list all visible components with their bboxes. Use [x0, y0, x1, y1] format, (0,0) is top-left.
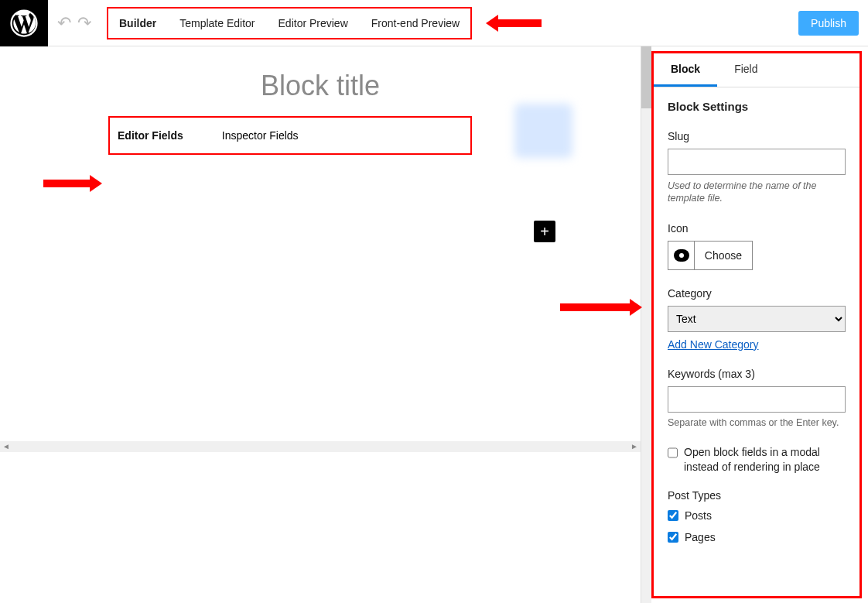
tab-editor-preview[interactable]: Editor Preview — [279, 17, 348, 29]
panel-title: Block Settings — [668, 100, 846, 113]
category-field: Category Text Add New Category — [668, 287, 846, 351]
tab-template-editor[interactable]: Template Editor — [179, 17, 255, 29]
editor-field-tabs: Editor Fields Inspector Fields — [108, 116, 472, 155]
post-type-pages: Pages — [668, 531, 846, 543]
scroll-right-icon[interactable]: ► — [628, 441, 641, 452]
top-bar: ↶ ↷ Builder Template Editor Editor Previ… — [0, 0, 868, 46]
redo-icon[interactable]: ↷ — [77, 13, 91, 33]
wordpress-logo[interactable] — [0, 0, 48, 46]
icon-label: Icon — [668, 222, 846, 235]
pages-checkbox[interactable] — [668, 532, 678, 543]
eye-icon — [674, 249, 689, 262]
tab-block[interactable]: Block — [654, 53, 717, 87]
slug-label: Slug — [668, 130, 846, 142]
main-layout: Block title Editor Fields Inspector Fiel… — [0, 46, 868, 603]
add-new-category-link[interactable]: Add New Category — [668, 338, 759, 351]
wordpress-icon — [10, 9, 38, 37]
tab-field[interactable]: Field — [717, 53, 774, 87]
icon-picker: Choose — [668, 241, 753, 270]
tab-inspector-fields[interactable]: Inspector Fields — [222, 129, 299, 142]
posts-checkbox[interactable] — [668, 510, 678, 521]
view-mode-tabs: Builder Template Editor Editor Preview F… — [107, 7, 472, 39]
slug-input[interactable] — [668, 149, 846, 175]
undo-redo-group: ↶ ↷ — [57, 13, 91, 33]
sidebar-tabs: Block Field — [654, 53, 859, 87]
slug-hint: Used to determine the name of the templa… — [668, 180, 846, 205]
canvas: Block title Editor Fields Inspector Fiel… — [0, 46, 641, 449]
publish-button[interactable]: Publish — [798, 11, 859, 36]
horizontal-scrollbar[interactable]: ◄ ► — [0, 441, 641, 452]
posts-checkbox-label: Posts — [685, 509, 712, 522]
modal-checkbox-line: Open block fields in a modal instead of … — [668, 445, 846, 475]
tab-frontend-preview[interactable]: Front-end Preview — [371, 17, 460, 29]
keywords-label: Keywords (max 3) — [668, 368, 846, 380]
canvas-wrap: Block title Editor Fields Inspector Fiel… — [0, 46, 641, 603]
tab-builder[interactable]: Builder — [119, 17, 156, 29]
modal-checkbox[interactable] — [668, 447, 678, 458]
post-types-label: Post Types — [668, 489, 721, 502]
post-type-posts: Posts — [668, 509, 846, 522]
category-select[interactable]: Text — [668, 306, 846, 332]
modal-checkbox-label: Open block fields in a modal instead of … — [684, 445, 846, 475]
undo-icon[interactable]: ↶ — [57, 13, 71, 33]
slug-field: Slug Used to determine the name of the t… — [668, 130, 846, 205]
scroll-left-icon[interactable]: ◄ — [0, 441, 12, 452]
category-label: Category — [668, 287, 846, 300]
tab-editor-fields[interactable]: Editor Fields — [118, 129, 183, 142]
pages-checkbox-label: Pages — [685, 531, 716, 543]
choose-icon-button[interactable]: Choose — [695, 249, 752, 262]
keywords-field: Keywords (max 3) Separate with commas or… — [668, 368, 846, 428]
icon-field: Icon Choose — [668, 222, 846, 270]
keywords-hint: Separate with commas or the Enter key. — [668, 417, 846, 428]
post-types-group: Post Types Posts Pages — [668, 489, 846, 543]
block-settings-panel: Block Settings Slug Used to determine th… — [654, 87, 859, 565]
scroll-thumb[interactable] — [641, 46, 651, 108]
block-title-input[interactable]: Block title — [0, 46, 641, 102]
inspector-sidebar: Block Field Block Settings Slug Used to … — [651, 51, 862, 598]
decorative-blur — [514, 104, 572, 158]
keywords-input[interactable] — [668, 386, 846, 413]
add-block-button[interactable]: + — [534, 221, 555, 242]
icon-preview — [668, 242, 695, 269]
vertical-scrollbar[interactable] — [641, 46, 651, 603]
